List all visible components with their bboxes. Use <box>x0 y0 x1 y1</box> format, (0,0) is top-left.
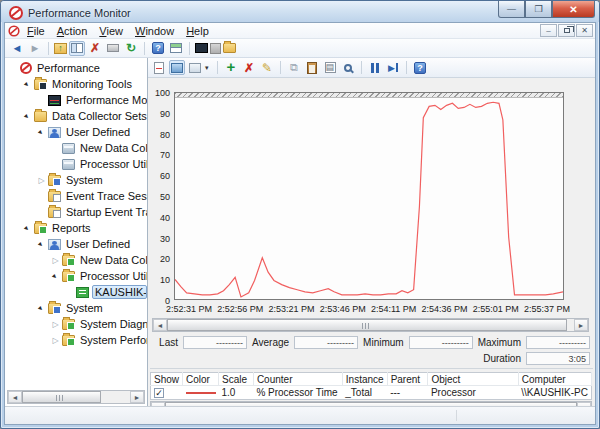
scroll-left-icon[interactable]: ◄ <box>8 391 22 403</box>
back-icon[interactable] <box>9 41 25 56</box>
expander-expanded-icon[interactable] <box>36 304 47 313</box>
tree-horizontal-scrollbar[interactable]: ◄ ► <box>7 390 145 404</box>
performance-monitor-icon <box>48 95 61 106</box>
graph-type-dropdown-icon[interactable]: ▾ <box>205 64 212 72</box>
mdi-close-button[interactable]: ✕ <box>576 24 593 37</box>
tree-item-data-collector-sets[interactable]: Data Collector Sets <box>5 108 147 124</box>
help-icon[interactable]: ? <box>150 41 166 56</box>
tree-item-reports[interactable]: Reports <box>5 220 147 236</box>
maximize-button[interactable]: ❒ <box>525 1 552 18</box>
showtree-icon[interactable] <box>69 41 85 56</box>
export-icon[interactable] <box>54 43 67 54</box>
zoom-icon[interactable] <box>340 60 356 75</box>
scroll-right-icon[interactable]: ► <box>130 391 144 403</box>
legend-column-counter[interactable]: Counter <box>253 373 342 386</box>
add-icon[interactable] <box>223 60 239 75</box>
expander-expanded-icon[interactable] <box>36 128 47 137</box>
pencil-icon[interactable] <box>259 60 275 75</box>
close-button[interactable]: ✕ <box>552 1 595 18</box>
processor-time-line <box>175 93 563 299</box>
plot-area[interactable] <box>174 92 564 300</box>
tree-item-user-defined[interactable]: User Defined <box>5 236 147 252</box>
mdi-restore-button[interactable] <box>558 24 575 37</box>
expander-expanded-icon[interactable] <box>22 224 33 233</box>
scroll-left-icon[interactable]: ◄ <box>153 319 167 331</box>
viewcur-icon[interactable] <box>151 60 167 75</box>
tree-item-processor-utilization[interactable]: Processor Utilization <box>5 268 147 284</box>
tree-item-label: New Data Collector Set <box>78 142 147 154</box>
title-bar[interactable]: Performance Monitor — ❒ ✕ <box>1 1 599 22</box>
menu-view[interactable]: View <box>93 24 129 38</box>
scroll-right-icon[interactable]: ► <box>574 319 588 331</box>
refresh-icon[interactable] <box>123 41 139 56</box>
expander-expanded-icon[interactable] <box>22 80 33 89</box>
tree-item-performance-monitor[interactable]: Performance Monitor <box>5 92 147 108</box>
expander-collapsed-icon[interactable] <box>36 176 47 185</box>
grayblock-icon[interactable] <box>210 43 221 54</box>
computer-cell: \\KAUSHIK-PC <box>518 386 591 400</box>
perfview-icon[interactable] <box>195 43 208 53</box>
folder-icon[interactable] <box>223 43 236 53</box>
step-icon[interactable] <box>385 60 401 75</box>
tree-item-system-performance[interactable]: System Performance <box>5 332 147 348</box>
x-axis-labels: 2:52:31 PM2:52:56 PM2:53:21 PM2:53:46 PM… <box>166 304 570 314</box>
copy-icon[interactable] <box>286 60 302 75</box>
legend-column-scale[interactable]: Scale <box>219 373 254 386</box>
menu-file[interactable]: File <box>21 24 51 38</box>
print-icon[interactable] <box>105 41 121 56</box>
expander-collapsed-icon[interactable] <box>50 320 61 329</box>
tree-item-system[interactable]: System <box>5 172 147 188</box>
props-icon[interactable] <box>322 60 338 75</box>
counter-cell: % Processor Time <box>253 386 342 400</box>
tree-item-user-defined[interactable]: User Defined <box>5 124 147 140</box>
tree-item-performance[interactable]: Performance <box>5 60 147 76</box>
forward-icon[interactable] <box>27 41 43 56</box>
legend-divider <box>150 368 593 369</box>
tree-item-startup-event-trace-sessions[interactable]: Startup Event Trace Sessions <box>5 204 147 220</box>
viewlog-icon[interactable] <box>169 60 185 75</box>
tree-item-system-diagnostics[interactable]: System Diagnostics <box>5 316 147 332</box>
minimize-button[interactable]: — <box>498 1 525 18</box>
legend-column-instance[interactable]: Instance <box>342 373 387 386</box>
show-checkbox[interactable]: ✓ <box>154 388 164 398</box>
paste-icon[interactable] <box>304 60 320 75</box>
mdi-minimize-button[interactable]: – <box>540 24 557 37</box>
menu-window[interactable]: Window <box>129 24 180 38</box>
event-trace-icon <box>48 207 61 218</box>
tree-item-processor-utilization[interactable]: Processor Utilization <box>5 156 147 172</box>
expander-expanded-icon[interactable] <box>36 240 47 249</box>
legend-column-color[interactable]: Color <box>183 373 219 386</box>
tree-item-label: System Diagnostics <box>78 318 147 330</box>
tree-item-new-data-collector-set[interactable]: New Data Collector Set <box>5 140 147 156</box>
scrollbar-thumb[interactable] <box>167 319 567 331</box>
toolbar-separator <box>189 42 190 55</box>
pause-icon[interactable] <box>367 60 383 75</box>
tree-item-system[interactable]: System <box>5 300 147 316</box>
expander-expanded-icon[interactable] <box>22 112 33 121</box>
legend-column-parent[interactable]: Parent <box>387 373 428 386</box>
chart-horizontal-scrollbar[interactable]: ◄ ► <box>152 318 589 332</box>
help-icon[interactable]: ? <box>412 60 428 75</box>
newwin-icon[interactable] <box>168 41 184 56</box>
expander-expanded-icon[interactable] <box>50 272 61 281</box>
scrollbar-thumb[interactable] <box>22 391 101 403</box>
menu-help[interactable]: Help <box>180 24 215 38</box>
tree-item-event-trace-sessions[interactable]: Event Trace Sessions <box>5 188 147 204</box>
expander-collapsed-icon[interactable] <box>50 256 61 265</box>
delctr-icon[interactable] <box>241 60 257 75</box>
tree-item-label: Performance <box>35 62 102 74</box>
tree-item-new-data-collector-set[interactable]: New Data Collector Set <box>5 252 147 268</box>
delete-icon[interactable] <box>87 41 103 56</box>
legend-column-show[interactable]: Show <box>151 373 183 386</box>
tree-item-monitoring-tools[interactable]: Monitoring Tools <box>5 76 147 92</box>
tree-item-label: Data Collector Sets <box>50 110 147 122</box>
y-axis-labels: 1009080706050403020100 <box>148 92 172 300</box>
tree-item-kaushik-pc-2012030[interactable]: KAUSHIK-PC_2012030 <box>5 284 147 300</box>
series-color-swatch <box>186 392 216 394</box>
expander-collapsed-icon[interactable] <box>50 336 61 345</box>
menu-action[interactable]: Action <box>51 24 94 38</box>
legend-column-computer[interactable]: Computer <box>518 373 591 386</box>
legend-column-object[interactable]: Object <box>428 373 518 386</box>
legend-row[interactable]: ✓1.0% Processor Time_Total---Processor\\… <box>151 386 592 400</box>
graphtype-icon[interactable] <box>187 60 203 75</box>
